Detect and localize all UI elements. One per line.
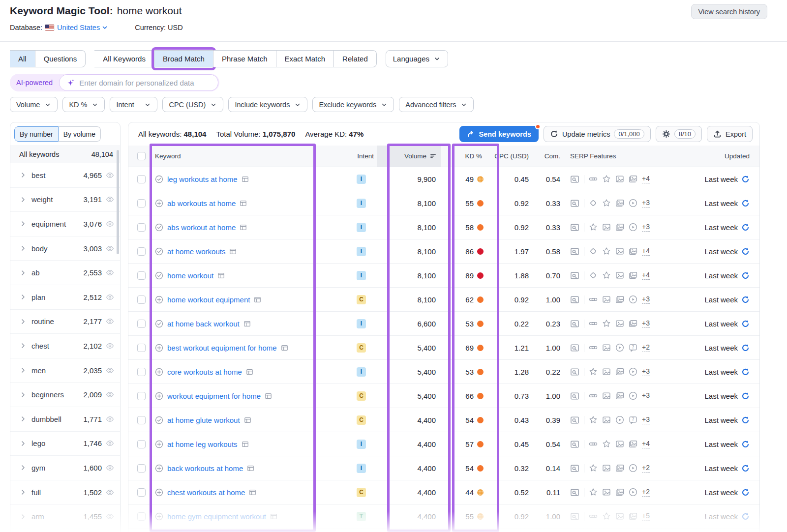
row-checkbox[interactable] bbox=[137, 440, 146, 448]
tab[interactable]: Related bbox=[334, 50, 377, 67]
row-checkbox[interactable] bbox=[137, 271, 146, 280]
eye-icon[interactable] bbox=[106, 244, 114, 253]
serp-preview-icon[interactable] bbox=[570, 319, 579, 328]
serp-mini-preview-icon[interactable] bbox=[244, 416, 251, 424]
more-serp-features-link[interactable]: +2 bbox=[642, 343, 650, 352]
eye-icon[interactable] bbox=[106, 464, 114, 472]
row-checkbox[interactable] bbox=[137, 344, 146, 352]
keyword-link[interactable]: home workout equipment bbox=[167, 296, 250, 304]
settings-button[interactable]: 8/10 bbox=[656, 126, 702, 142]
serp-mini-preview-icon[interactable] bbox=[242, 176, 249, 183]
eye-icon[interactable] bbox=[106, 488, 114, 497]
serp-preview-icon[interactable] bbox=[570, 223, 579, 232]
more-serp-features-link[interactable]: +2 bbox=[642, 488, 650, 497]
more-serp-features-link[interactable]: +4 bbox=[642, 175, 650, 183]
keyword-group-item[interactable]: chest 2,102 bbox=[10, 334, 120, 358]
send-keywords-button[interactable]: Send keywords bbox=[459, 126, 539, 142]
more-serp-features-link[interactable]: +4 bbox=[642, 440, 650, 448]
serp-preview-icon[interactable] bbox=[570, 247, 579, 256]
keyword-group-item[interactable]: routine 2,177 bbox=[10, 310, 120, 334]
plus-circle-icon[interactable] bbox=[155, 344, 163, 352]
keyword-group-item[interactable]: weight 3,191 bbox=[10, 188, 120, 212]
languages-dropdown[interactable]: Languages bbox=[386, 50, 448, 67]
eye-icon[interactable] bbox=[106, 171, 114, 179]
refresh-icon[interactable] bbox=[741, 440, 750, 448]
serp-preview-icon[interactable] bbox=[570, 295, 579, 304]
plus-circle-icon[interactable] bbox=[155, 199, 163, 207]
keyword-group-item[interactable]: plan 2,512 bbox=[10, 285, 120, 310]
keyword-link[interactable]: ab workouts at home bbox=[167, 199, 236, 207]
plus-circle-icon[interactable] bbox=[155, 368, 163, 376]
serp-mini-preview-icon[interactable] bbox=[243, 320, 251, 327]
tab[interactable]: All Keywords bbox=[94, 50, 154, 67]
serp-mini-preview-icon[interactable] bbox=[249, 489, 256, 496]
keyword-group-item[interactable]: equipment 3,076 bbox=[10, 212, 120, 236]
serp-mini-preview-icon[interactable] bbox=[265, 392, 272, 400]
check-circle-icon[interactable] bbox=[155, 416, 163, 424]
eye-icon[interactable] bbox=[106, 195, 114, 204]
serp-mini-preview-icon[interactable] bbox=[246, 368, 253, 376]
table-row[interactable]: at home leg workouts I 4,400 57 0.45 0.5… bbox=[128, 432, 759, 456]
table-row[interactable]: workout equipment for home C 5,400 66 0.… bbox=[128, 384, 759, 408]
row-checkbox[interactable] bbox=[137, 368, 146, 376]
view-search-history-button[interactable]: View search history bbox=[691, 4, 767, 19]
serp-preview-icon[interactable] bbox=[570, 271, 579, 280]
eye-icon[interactable] bbox=[106, 317, 114, 325]
eye-icon[interactable] bbox=[106, 366, 114, 375]
table-row[interactable]: best workout equipment for home C 5,400 … bbox=[128, 336, 759, 360]
row-checkbox[interactable] bbox=[137, 416, 146, 424]
plus-circle-icon[interactable] bbox=[155, 296, 163, 304]
more-serp-features-link[interactable]: +4 bbox=[642, 271, 650, 280]
serp-preview-icon[interactable] bbox=[570, 464, 579, 473]
table-row[interactable]: back workouts at home I 4,400 54 0.32 0.… bbox=[128, 456, 759, 480]
refresh-icon[interactable] bbox=[741, 488, 750, 497]
row-checkbox[interactable] bbox=[137, 464, 146, 473]
refresh-icon[interactable] bbox=[741, 175, 750, 183]
filter-dropdown[interactable]: Exclude keywords bbox=[312, 97, 394, 112]
check-circle-icon[interactable] bbox=[155, 271, 163, 280]
serp-mini-preview-icon[interactable] bbox=[247, 465, 254, 472]
check-circle-icon[interactable] bbox=[155, 320, 163, 328]
plus-circle-icon[interactable] bbox=[155, 392, 163, 400]
serp-preview-icon[interactable] bbox=[570, 391, 579, 401]
refresh-icon[interactable] bbox=[741, 271, 750, 280]
check-circle-icon[interactable] bbox=[155, 247, 163, 256]
keyword-link[interactable]: at home leg workouts bbox=[167, 440, 238, 448]
serp-preview-icon[interactable] bbox=[570, 367, 579, 377]
plus-circle-icon[interactable] bbox=[155, 488, 163, 497]
keyword-link[interactable]: workout equipment for home bbox=[167, 392, 261, 400]
row-checkbox[interactable] bbox=[137, 320, 146, 328]
keyword-group-item[interactable]: best 4,965 bbox=[10, 163, 120, 188]
keyword-link[interactable]: abs workout at home bbox=[167, 223, 236, 232]
filter-dropdown[interactable]: Advanced filters bbox=[399, 97, 474, 112]
row-checkbox[interactable] bbox=[137, 512, 146, 521]
row-checkbox[interactable] bbox=[137, 223, 146, 232]
serp-mini-preview-icon[interactable] bbox=[229, 248, 237, 255]
keyword-link[interactable]: chest workouts at home bbox=[167, 488, 245, 497]
more-serp-features-link[interactable]: +2 bbox=[642, 464, 650, 473]
refresh-icon[interactable] bbox=[741, 512, 750, 521]
more-serp-features-link[interactable]: +4 bbox=[642, 247, 650, 256]
row-checkbox[interactable] bbox=[137, 247, 146, 256]
keyword-group-item[interactable]: men 2,035 bbox=[10, 358, 120, 383]
serp-mini-preview-icon[interactable] bbox=[254, 296, 261, 303]
refresh-icon[interactable] bbox=[741, 223, 750, 232]
refresh-icon[interactable] bbox=[741, 320, 750, 328]
refresh-icon[interactable] bbox=[741, 247, 750, 256]
more-serp-features-link[interactable]: +3 bbox=[642, 367, 650, 376]
serp-preview-icon[interactable] bbox=[570, 512, 579, 521]
keyword-group-item[interactable]: gym 1,600 bbox=[10, 456, 120, 480]
serp-preview-icon[interactable] bbox=[570, 343, 579, 353]
plus-circle-icon[interactable] bbox=[155, 464, 163, 473]
refresh-icon[interactable] bbox=[741, 344, 750, 352]
more-serp-features-link[interactable]: +5 bbox=[642, 512, 650, 521]
keyword-group-item[interactable]: arm 1,455 bbox=[10, 504, 120, 529]
more-serp-features-link[interactable]: +3 bbox=[642, 391, 650, 400]
serp-mini-preview-icon[interactable] bbox=[240, 200, 247, 207]
filter-dropdown[interactable]: Volume bbox=[10, 97, 58, 112]
eye-icon[interactable] bbox=[106, 390, 114, 399]
table-row[interactable]: at home glute workout C 4,400 54 0.43 0.… bbox=[128, 408, 759, 432]
serp-mini-preview-icon[interactable] bbox=[217, 272, 225, 279]
more-serp-features-link[interactable]: +3 bbox=[642, 199, 650, 207]
eye-icon[interactable] bbox=[106, 293, 114, 301]
